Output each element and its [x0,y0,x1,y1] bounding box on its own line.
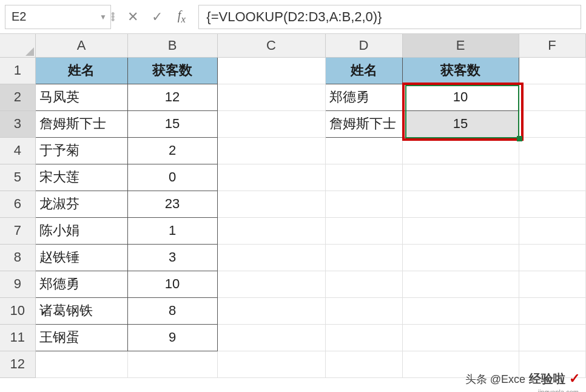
row-header-10[interactable]: 10 [0,297,35,324]
cell-E2[interactable]: 10 [402,84,519,110]
cell-F3[interactable] [519,110,585,137]
cell-C6[interactable] [217,191,325,217]
col-header-B[interactable]: B [127,34,217,57]
row-header-6[interactable]: 6 [0,191,35,217]
col-header-C[interactable]: C [217,34,325,57]
cell-D11[interactable] [325,324,402,351]
cell-D3[interactable]: 詹姆斯下士 [325,110,402,137]
insert-function-button[interactable]: fx [169,5,194,29]
cell-D2[interactable]: 郑德勇 [325,84,402,110]
cell-F1[interactable] [519,57,585,84]
cell-F9[interactable] [519,271,585,297]
row-header-3[interactable]: 3 [0,110,35,137]
row-header-2[interactable]: 2 [0,84,35,110]
cell-C5[interactable] [217,164,325,191]
cell-B11[interactable]: 9 [127,324,217,351]
row-header-8[interactable]: 8 [0,244,35,271]
cell-A7[interactable]: 陈小娟 [35,217,127,244]
cell-D5[interactable] [325,164,402,191]
fill-handle[interactable] [517,136,522,141]
cell-E4[interactable] [402,137,519,164]
cell-C8[interactable] [217,244,325,271]
col-header-D[interactable]: D [325,34,402,57]
cell-A10[interactable]: 诸葛钢铁 [35,297,127,324]
cell-C11[interactable] [217,324,325,351]
cell-D4[interactable] [325,137,402,164]
cell-E1[interactable]: 获客数 [402,57,519,84]
cell-B8[interactable]: 3 [127,244,217,271]
name-box[interactable]: E2 ▼ [5,5,111,29]
cell-B2[interactable]: 12 [127,84,217,110]
cell-A4[interactable]: 于予菊 [35,137,127,164]
cell-B7[interactable]: 1 [127,217,217,244]
cell-D7[interactable] [325,217,402,244]
cell-E10[interactable] [402,297,519,324]
cell-B9[interactable]: 10 [127,271,217,297]
x-icon: ✕ [127,9,138,25]
spreadsheet-grid[interactable]: A B C D E F 1 姓名 获客数 姓名 获客数 2 马凤英 12 郑德勇… [0,34,586,378]
row-header-5[interactable]: 5 [0,164,35,191]
row-header-12[interactable]: 12 [0,351,35,377]
cell-F4[interactable] [519,137,585,164]
cell-D12[interactable] [325,351,402,377]
cell-A11[interactable]: 王钢蛋 [35,324,127,351]
cell-B1[interactable]: 获客数 [127,57,217,84]
cell-D10[interactable] [325,297,402,324]
cancel-formula-button[interactable]: ✕ [121,5,145,29]
cell-A9[interactable]: 郑德勇 [35,271,127,297]
cell-A8[interactable]: 赵铁锤 [35,244,127,271]
watermark: 头条 @Exce 经验啦 ✓ [465,371,580,387]
cell-C4[interactable] [217,137,325,164]
cell-A12[interactable] [35,351,127,377]
cell-F6[interactable] [519,191,585,217]
cell-C1[interactable] [217,57,325,84]
cell-E3[interactable]: 15 [402,110,519,137]
col-header-E[interactable]: E [402,34,519,57]
cell-C3[interactable] [217,110,325,137]
cell-B10[interactable]: 8 [127,297,217,324]
cell-F8[interactable] [519,244,585,271]
cell-C7[interactable] [217,217,325,244]
cell-C12[interactable] [217,351,325,377]
cell-C9[interactable] [217,271,325,297]
cell-D9[interactable] [325,271,402,297]
select-all-corner[interactable] [0,34,35,57]
row-header-7[interactable]: 7 [0,217,35,244]
cell-E7[interactable] [402,217,519,244]
cell-E8[interactable] [402,244,519,271]
col-header-F[interactable]: F [519,34,585,57]
cell-E9[interactable] [402,271,519,297]
cell-B12[interactable] [127,351,217,377]
cell-A2[interactable]: 马凤英 [35,84,127,110]
cell-A6[interactable]: 龙淑芬 [35,191,127,217]
cell-F2[interactable] [519,84,585,110]
cell-B3[interactable]: 15 [127,110,217,137]
cell-D1[interactable]: 姓名 [325,57,402,84]
row-header-4[interactable]: 4 [0,137,35,164]
cell-B6[interactable]: 23 [127,191,217,217]
cell-F7[interactable] [519,217,585,244]
cell-F10[interactable] [519,297,585,324]
cell-A1[interactable]: 姓名 [35,57,127,84]
row-header-11[interactable]: 11 [0,324,35,351]
col-header-A[interactable]: A [35,34,127,57]
cell-D8[interactable] [325,244,402,271]
row-header-9[interactable]: 9 [0,271,35,297]
cell-E11[interactable] [402,324,519,351]
cell-C10[interactable] [217,297,325,324]
cell-E6[interactable] [402,191,519,217]
formula-input[interactable]: {=VLOOKUP(D2:D3,A:B,2,0)} [198,5,581,29]
cell-C2[interactable] [217,84,325,110]
accept-formula-button[interactable]: ✓ [145,5,169,29]
cell-A5[interactable]: 宋大莲 [35,164,127,191]
cell-F11[interactable] [519,324,585,351]
chevron-down-icon[interactable]: ▼ [99,13,107,21]
cell-B4[interactable]: 2 [127,137,217,164]
cell-B5[interactable]: 0 [127,164,217,191]
fx-icon: fx [178,8,186,25]
cell-E5[interactable] [402,164,519,191]
row-header-1[interactable]: 1 [0,57,35,84]
cell-D6[interactable] [325,191,402,217]
cell-F5[interactable] [519,164,585,191]
cell-A3[interactable]: 詹姆斯下士 [35,110,127,137]
